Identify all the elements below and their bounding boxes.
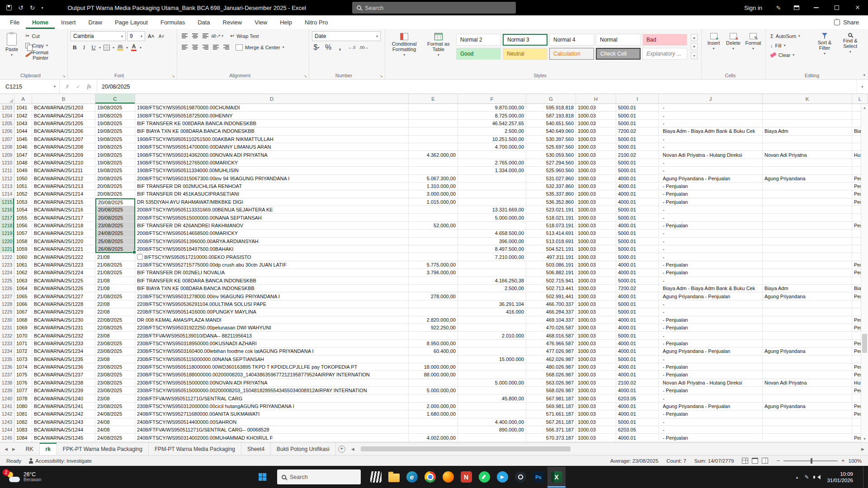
cell-E1212[interactable]: 5.067.300,00 xyxy=(409,175,458,183)
column-header-d[interactable]: D xyxy=(135,94,409,103)
weather-widget[interactable]: 2 26°C Berawan xyxy=(0,466,54,488)
cell-K1237[interactable] xyxy=(763,371,852,379)
cell-J1208[interactable]: - xyxy=(659,143,763,151)
select-all-corner[interactable] xyxy=(0,94,14,103)
tray-chevron-up-icon[interactable]: ▴ xyxy=(796,475,798,479)
cell-C1241[interactable]: 23/08/2025 xyxy=(95,403,135,410)
formula-input[interactable]: 20/08/2025 xyxy=(97,80,856,94)
cell-B1203[interactable]: BCA/WARNA/25/1203 xyxy=(32,104,95,112)
cell-E1234[interactable]: 60.400,00 xyxy=(409,347,458,355)
cell-G1229[interactable]: 466.284.337 xyxy=(526,308,576,316)
cell-D1220[interactable]: 2008/FTSCY/WS95051396000.00ARYA ARDIANSY… xyxy=(135,238,409,245)
cell-style-check-cell[interactable]: Check Cell xyxy=(596,48,641,60)
conditional-formatting-button[interactable]: ConditionalFormatting ▾ xyxy=(388,31,420,72)
cell-J1204[interactable]: - xyxy=(659,112,763,119)
cell-A1235[interactable]: 1073 xyxy=(14,356,32,363)
cell-K1208[interactable] xyxy=(763,143,852,151)
cell-C1220[interactable]: 25/08/2025 xyxy=(95,238,135,245)
cell-D1207[interactable]: 1908/FTSCY/WS9505110251500.00AKBAR NIKMA… xyxy=(135,136,409,143)
hscroll-track[interactable] xyxy=(358,446,858,451)
cell-I1209[interactable]: 2100.02 xyxy=(616,151,659,159)
cell-B1204[interactable]: BCA/WARNA/25/1204 xyxy=(32,112,95,119)
fill-button[interactable]: ↓Fill▾ xyxy=(769,41,811,50)
cell-I1231[interactable]: 4000.01 xyxy=(616,324,659,332)
taskbar-firefox-icon[interactable] xyxy=(439,467,457,488)
sheet-tab-rk[interactable]: rk xyxy=(40,443,57,455)
cell-C1217[interactable]: 20/08/2025 xyxy=(95,214,135,221)
cell-E1213[interactable]: 1.310.000,00 xyxy=(409,183,458,190)
cell-E1210[interactable] xyxy=(409,159,458,167)
cell-B1245[interactable]: BCA/WARNA/25/1245 xyxy=(32,434,95,441)
row-header-1205[interactable]: 1205 xyxy=(0,120,14,127)
copy-button[interactable]: Copy▾ xyxy=(24,41,65,50)
cell-K1229[interactable] xyxy=(763,308,852,316)
cell-J1224[interactable]: - Penjualan xyxy=(659,269,763,277)
cell-G1230[interactable]: 469.104.337 xyxy=(526,316,576,324)
row-header-1243[interactable]: 1243 xyxy=(0,418,14,426)
cell-J1215[interactable]: - Penjualan xyxy=(659,198,763,206)
cell-F1236[interactable] xyxy=(458,363,526,371)
cell-J1240[interactable]: - xyxy=(659,394,763,402)
cell-C1208[interactable]: 19/08/2025 xyxy=(95,143,135,151)
cell-C1244[interactable]: 24/08 xyxy=(95,426,135,434)
comma-style-button[interactable]: , xyxy=(335,43,344,52)
cell-H1243[interactable]: 1000.03 xyxy=(576,418,616,426)
cell-I1234[interactable]: 4000.01 xyxy=(616,347,659,355)
cell-F1205[interactable]: 46.542.257,65 xyxy=(458,120,526,127)
cell-E1211[interactable] xyxy=(409,167,458,174)
taskbar-telegram-icon[interactable]: ▶ xyxy=(493,467,511,488)
cell-K1231[interactable] xyxy=(763,324,852,332)
cell-G1232[interactable]: 468.016.587 xyxy=(526,332,576,339)
align-top-button[interactable] xyxy=(180,32,189,41)
cell-I1221[interactable]: 5000.01 xyxy=(616,245,659,253)
cell-K1243[interactable] xyxy=(763,418,852,426)
cell-style-bad[interactable]: Bad xyxy=(642,34,687,46)
cell-A1216[interactable]: 1054 xyxy=(14,206,32,214)
cell-I1237[interactable]: 4000.01 xyxy=(616,371,659,379)
cell-F1215[interactable] xyxy=(458,198,526,206)
cell-H1241[interactable]: 1000.03 xyxy=(576,403,616,410)
cell-A1209[interactable]: 1047 xyxy=(14,151,32,159)
cell-J1236[interactable]: - Penjualan xyxy=(659,363,763,371)
cell-style-neutral[interactable]: Neutral xyxy=(503,48,547,60)
font-size-combo[interactable]: 9▾ xyxy=(127,31,145,41)
increase-font-size-button[interactable]: A˄ xyxy=(146,32,156,41)
expand-formula-bar-icon[interactable]: ▾ xyxy=(856,80,868,94)
taskbar-obs-icon[interactable] xyxy=(511,467,529,488)
title-search-box[interactable]: Search xyxy=(352,2,516,14)
hscroll-right-icon[interactable]: ▶ xyxy=(859,447,866,451)
cell-A1211[interactable]: 1049 xyxy=(14,167,32,174)
merge-center-button[interactable]: Merge & Center▾ xyxy=(234,42,286,52)
cell-G1236[interactable]: 480.026.987 xyxy=(526,363,576,371)
cell-I1203[interactable]: 5000.01 xyxy=(616,104,659,112)
cancel-icon[interactable]: ✗ xyxy=(62,82,72,92)
horizontal-scrollbar-thumb[interactable] xyxy=(361,446,571,451)
cell-F1214[interactable] xyxy=(458,190,526,198)
customize-qat-chevron-icon[interactable]: ▾ xyxy=(41,6,43,10)
cell-I1225[interactable]: 5000.01 xyxy=(616,277,659,285)
horizontal-scrollbar[interactable]: ◀ ▶ xyxy=(348,443,868,455)
sheet-tab-fpk-pt-warna-media-packaging[interactable]: FPK-PT Warna Media Packaging xyxy=(57,443,149,455)
cell-G1241[interactable]: 569.981.187 xyxy=(526,403,576,410)
cell-H1238[interactable]: 1000.03 xyxy=(576,379,616,387)
gallery-more-icon[interactable]: ▾ xyxy=(691,52,698,59)
cell-H1216[interactable]: 1000.03 xyxy=(576,206,616,214)
cell-A1210[interactable]: 1048 xyxy=(14,159,32,167)
cell-J1232[interactable]: - xyxy=(659,332,763,339)
cell-I1213[interactable]: 4000.01 xyxy=(616,183,659,190)
row-header-1232[interactable]: 1232 xyxy=(0,332,14,339)
minimize-button[interactable] xyxy=(806,0,826,15)
column-header-i[interactable]: I xyxy=(616,94,659,103)
cell-A1232[interactable]: 1070 xyxy=(14,332,32,339)
cell-G1239[interactable]: 568.026.987 xyxy=(526,387,576,394)
cell-C1228[interactable]: 22/08 xyxy=(95,300,135,308)
accounting-format-button[interactable]: $▾ xyxy=(312,43,321,52)
cell-G1206[interactable]: 540.649.060 xyxy=(526,127,576,135)
cell-J1219[interactable]: - xyxy=(659,230,763,237)
cell-E1243[interactable] xyxy=(409,418,458,426)
cell-C1222[interactable]: 21/08 xyxy=(95,253,135,261)
cell-F1225[interactable]: 4.166.250,38 xyxy=(458,277,526,285)
hscroll-left-icon[interactable]: ◀ xyxy=(349,447,356,451)
cell-C1234[interactable]: 23/08/2025 xyxy=(95,347,135,355)
cell-F1210[interactable]: 2.765.000,00 xyxy=(458,159,526,167)
